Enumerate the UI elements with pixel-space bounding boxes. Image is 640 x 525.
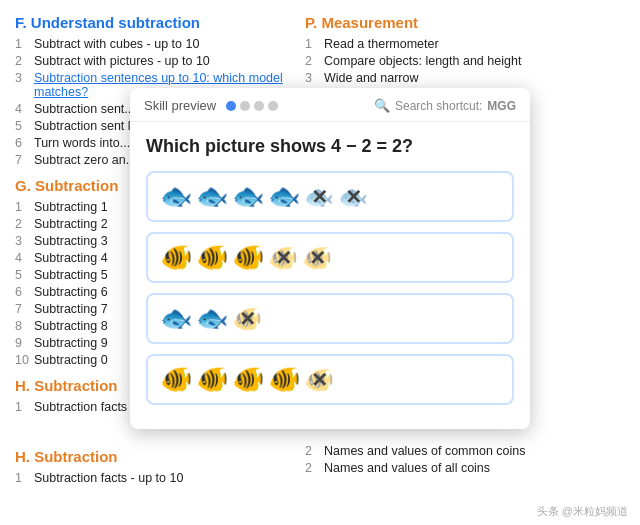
- dot-4: [268, 101, 278, 111]
- list-item: 2Names and values of all coins: [305, 461, 625, 475]
- fish-group-a: 🐟 🐟 🐟 🐟 🐟 ✕ 🐟 ✕: [160, 181, 368, 212]
- fish: 🐠: [160, 242, 192, 273]
- search-area[interactable]: 🔍 Search shortcut: MGG: [374, 98, 516, 113]
- fish: 🐟: [268, 181, 300, 212]
- fish-group-d: 🐠 🐠 🐠 🐠 🐠 ✕: [160, 364, 334, 395]
- fish-group-b: 🐠 🐠 🐠 🐠 ✕ 🐠 ✕: [160, 242, 332, 273]
- answer-option-a[interactable]: 🐟 🐟 🐟 🐟 🐟 ✕ 🐟 ✕: [146, 171, 514, 222]
- list-item: 2Names and values of common coins: [305, 444, 625, 458]
- list-item: 2 Subtract with pictures - up to 10: [15, 54, 285, 68]
- fish: 🐟: [160, 303, 192, 334]
- dot-1: [226, 101, 236, 111]
- fish: 🐠: [232, 364, 264, 395]
- list-item: 1Read a thermometer: [305, 37, 625, 51]
- fish-crossed: 🐠 ✕: [232, 304, 262, 334]
- fish: 🐠: [196, 364, 228, 395]
- search-code: MGG: [487, 99, 516, 113]
- fish-crossed: 🐠 ✕: [304, 365, 334, 395]
- fish: 🐟: [196, 303, 228, 334]
- modal-title: Skill preview: [144, 98, 216, 113]
- section-p-title: P. Measurement: [305, 14, 625, 31]
- fish: 🐠: [196, 242, 228, 273]
- fish: 🐟: [232, 181, 264, 212]
- bottom-p-list: 2Names and values of common coins 2Names…: [305, 444, 625, 475]
- answer-option-c[interactable]: 🐟 🐟 🐠 ✕: [146, 293, 514, 344]
- fish-crossed: 🐟 ✕: [304, 182, 334, 212]
- list-item: 1 Subtract with cubes - up to 10: [15, 37, 285, 51]
- section-f-title: F. Understand subtraction: [15, 14, 285, 31]
- fish: 🐟: [196, 181, 228, 212]
- list-item: 2Compare objects: length and height: [305, 54, 625, 68]
- bottom-sections: H. Subtraction 1Subtraction facts - up t…: [0, 438, 640, 501]
- dot-3: [254, 101, 264, 111]
- fish: 🐟: [160, 181, 192, 212]
- fish-crossed: 🐠 ✕: [268, 243, 298, 273]
- bottom-left: H. Subtraction 1Subtraction facts - up t…: [15, 444, 285, 495]
- skill-preview-modal: Skill preview 🔍 Search shortcut: MGG Whi…: [130, 88, 530, 429]
- search-label: Search shortcut:: [395, 99, 482, 113]
- modal-header: Skill preview 🔍 Search shortcut: MGG: [130, 88, 530, 122]
- dot-2: [240, 101, 250, 111]
- section-h-bottom: H. Subtraction: [15, 448, 285, 465]
- fish: 🐠: [268, 364, 300, 395]
- fish: 🐠: [160, 364, 192, 395]
- bottom-h-list: 1Subtraction facts - up to 10: [15, 471, 285, 485]
- list-item: 1Subtraction facts - up to 10: [15, 471, 285, 485]
- answer-option-d[interactable]: 🐠 🐠 🐠 🐠 🐠 ✕: [146, 354, 514, 405]
- fish-crossed: 🐠 ✕: [302, 243, 332, 273]
- watermark: 头条 @米粒妈频道: [533, 502, 632, 521]
- list-item: 3Wide and narrow: [305, 71, 625, 85]
- question-text: Which picture shows 4 − 2 = 2?: [146, 136, 514, 157]
- bottom-right: 2Names and values of common coins 2Names…: [305, 444, 625, 495]
- modal-body: Which picture shows 4 − 2 = 2? 🐟 🐟 🐟 🐟 🐟…: [130, 122, 530, 429]
- progress-dots: [226, 101, 278, 111]
- search-icon: 🔍: [374, 98, 390, 113]
- fish-crossed: 🐟 ✕: [338, 182, 368, 212]
- answer-option-b[interactable]: 🐠 🐠 🐠 🐠 ✕ 🐠 ✕: [146, 232, 514, 283]
- fish: 🐠: [232, 242, 264, 273]
- fish-group-c: 🐟 🐟 🐠 ✕: [160, 303, 262, 334]
